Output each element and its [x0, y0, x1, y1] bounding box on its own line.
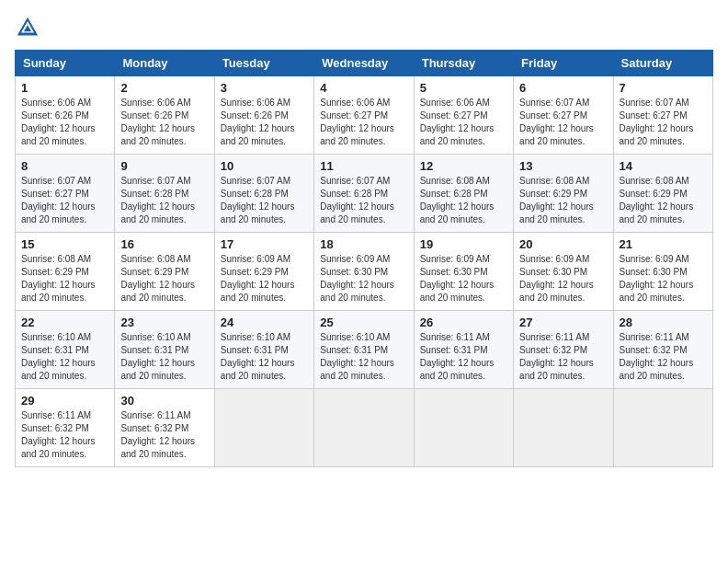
day-number: 13 [519, 159, 607, 173]
day-number: 2 [120, 81, 208, 95]
calendar-cell: 29Sunrise: 6:11 AMSunset: 6:32 PMDayligh… [16, 389, 115, 467]
week-row-3: 15Sunrise: 6:08 AMSunset: 6:29 PMDayligh… [16, 233, 713, 311]
day-info: Sunrise: 6:07 AMSunset: 6:28 PMDaylight:… [221, 175, 308, 226]
calendar-cell: 8Sunrise: 6:07 AMSunset: 6:27 PMDaylight… [16, 155, 115, 233]
day-number: 27 [519, 316, 607, 329]
day-info: Sunrise: 6:07 AMSunset: 6:27 PMDaylight:… [21, 175, 108, 226]
day-number: 1 [21, 81, 108, 95]
calendar-cell: 17Sunrise: 6:09 AMSunset: 6:29 PMDayligh… [214, 233, 313, 311]
calendar-cell [414, 389, 513, 467]
calendar-cell [314, 389, 414, 467]
day-info: Sunrise: 6:08 AMSunset: 6:29 PMDaylight:… [620, 175, 707, 226]
calendar-cell: 30Sunrise: 6:11 AMSunset: 6:32 PMDayligh… [115, 389, 214, 467]
calendar-cell: 26Sunrise: 6:11 AMSunset: 6:31 PMDayligh… [414, 311, 513, 389]
day-number: 11 [320, 159, 407, 173]
weekday-header-monday: Monday [115, 51, 214, 76]
weekday-header-friday: Friday [514, 51, 613, 76]
day-info: Sunrise: 6:09 AMSunset: 6:30 PMDaylight:… [620, 253, 707, 304]
day-number: 16 [120, 237, 208, 251]
day-number: 14 [620, 159, 707, 173]
day-number: 6 [519, 81, 607, 95]
calendar-cell: 21Sunrise: 6:09 AMSunset: 6:30 PMDayligh… [613, 233, 712, 311]
calendar-cell: 6Sunrise: 6:07 AMSunset: 6:27 PMDaylight… [514, 76, 613, 155]
day-number: 30 [120, 394, 208, 408]
calendar-cell: 24Sunrise: 6:10 AMSunset: 6:31 PMDayligh… [214, 311, 313, 389]
calendar-cell: 3Sunrise: 6:06 AMSunset: 6:26 PMDaylight… [214, 76, 313, 155]
weekday-header-wednesday: Wednesday [314, 51, 414, 76]
calendar-cell: 18Sunrise: 6:09 AMSunset: 6:30 PMDayligh… [314, 233, 414, 311]
calendar-cell: 23Sunrise: 6:10 AMSunset: 6:31 PMDayligh… [115, 311, 214, 389]
logo [15, 15, 44, 40]
day-number: 7 [620, 81, 707, 95]
day-number: 10 [221, 159, 308, 173]
day-info: Sunrise: 6:11 AMSunset: 6:32 PMDaylight:… [120, 409, 208, 461]
calendar-cell: 13Sunrise: 6:08 AMSunset: 6:29 PMDayligh… [514, 155, 613, 233]
calendar-cell: 12Sunrise: 6:08 AMSunset: 6:28 PMDayligh… [414, 155, 513, 233]
day-number: 25 [320, 316, 407, 329]
day-info: Sunrise: 6:06 AMSunset: 6:27 PMDaylight:… [420, 97, 507, 148]
day-info: Sunrise: 6:09 AMSunset: 6:30 PMDaylight:… [320, 253, 407, 304]
weekday-header-sunday: Sunday [16, 51, 115, 76]
day-number: 18 [320, 237, 407, 251]
day-info: Sunrise: 6:07 AMSunset: 6:28 PMDaylight:… [320, 175, 407, 226]
page-header [15, 15, 713, 40]
day-number: 24 [221, 316, 308, 329]
day-number: 12 [420, 159, 507, 173]
day-number: 23 [120, 316, 208, 329]
day-number: 15 [21, 237, 108, 251]
day-number: 3 [221, 81, 308, 95]
calendar-cell: 1Sunrise: 6:06 AMSunset: 6:26 PMDaylight… [16, 76, 115, 155]
calendar-cell: 9Sunrise: 6:07 AMSunset: 6:28 PMDaylight… [115, 155, 214, 233]
calendar-cell: 2Sunrise: 6:06 AMSunset: 6:26 PMDaylight… [115, 76, 214, 155]
day-number: 28 [620, 316, 707, 329]
week-row-5: 29Sunrise: 6:11 AMSunset: 6:32 PMDayligh… [16, 389, 713, 467]
day-number: 20 [519, 237, 607, 251]
calendar-header-row: SundayMondayTuesdayWednesdayThursdayFrid… [16, 51, 713, 76]
calendar-cell: 16Sunrise: 6:08 AMSunset: 6:29 PMDayligh… [115, 233, 214, 311]
day-info: Sunrise: 6:07 AMSunset: 6:27 PMDaylight:… [620, 97, 707, 148]
day-number: 8 [21, 159, 108, 173]
day-info: Sunrise: 6:09 AMSunset: 6:30 PMDaylight:… [519, 253, 607, 304]
day-info: Sunrise: 6:10 AMSunset: 6:31 PMDaylight:… [221, 331, 308, 383]
day-info: Sunrise: 6:09 AMSunset: 6:30 PMDaylight:… [420, 253, 507, 304]
day-info: Sunrise: 6:10 AMSunset: 6:31 PMDaylight:… [21, 331, 108, 383]
calendar-cell: 15Sunrise: 6:08 AMSunset: 6:29 PMDayligh… [16, 233, 115, 311]
day-info: Sunrise: 6:10 AMSunset: 6:31 PMDaylight:… [320, 331, 407, 383]
day-info: Sunrise: 6:06 AMSunset: 6:26 PMDaylight:… [120, 97, 208, 148]
calendar-cell: 11Sunrise: 6:07 AMSunset: 6:28 PMDayligh… [314, 155, 414, 233]
day-info: Sunrise: 6:11 AMSunset: 6:32 PMDaylight:… [620, 331, 707, 383]
day-info: Sunrise: 6:11 AMSunset: 6:31 PMDaylight:… [420, 331, 507, 383]
calendar-cell [514, 389, 613, 467]
calendar-cell: 22Sunrise: 6:10 AMSunset: 6:31 PMDayligh… [16, 311, 115, 389]
day-info: Sunrise: 6:06 AMSunset: 6:26 PMDaylight:… [221, 97, 308, 148]
day-number: 21 [620, 237, 707, 251]
day-number: 29 [21, 394, 108, 408]
day-info: Sunrise: 6:08 AMSunset: 6:29 PMDaylight:… [519, 175, 607, 226]
day-number: 26 [420, 316, 507, 329]
calendar-cell: 5Sunrise: 6:06 AMSunset: 6:27 PMDaylight… [414, 76, 513, 155]
day-info: Sunrise: 6:10 AMSunset: 6:31 PMDaylight:… [120, 331, 208, 383]
day-info: Sunrise: 6:09 AMSunset: 6:29 PMDaylight:… [221, 253, 308, 304]
week-row-2: 8Sunrise: 6:07 AMSunset: 6:27 PMDaylight… [16, 155, 713, 233]
day-number: 17 [221, 237, 308, 251]
day-number: 22 [21, 316, 108, 329]
calendar-cell: 25Sunrise: 6:10 AMSunset: 6:31 PMDayligh… [314, 311, 414, 389]
calendar-cell: 28Sunrise: 6:11 AMSunset: 6:32 PMDayligh… [613, 311, 712, 389]
logo-icon [15, 15, 40, 40]
day-number: 4 [320, 81, 407, 95]
weekday-header-saturday: Saturday [613, 51, 712, 76]
day-info: Sunrise: 6:07 AMSunset: 6:27 PMDaylight:… [519, 97, 607, 148]
day-info: Sunrise: 6:07 AMSunset: 6:28 PMDaylight:… [120, 175, 208, 226]
day-number: 19 [420, 237, 507, 251]
weekday-header-thursday: Thursday [414, 51, 513, 76]
calendar-cell: 4Sunrise: 6:06 AMSunset: 6:27 PMDaylight… [314, 76, 414, 155]
calendar-cell [613, 389, 712, 467]
calendar-cell: 19Sunrise: 6:09 AMSunset: 6:30 PMDayligh… [414, 233, 513, 311]
calendar-table: SundayMondayTuesdayWednesdayThursdayFrid… [15, 50, 713, 467]
calendar-cell [214, 389, 313, 467]
day-info: Sunrise: 6:11 AMSunset: 6:32 PMDaylight:… [21, 409, 108, 461]
calendar-cell: 14Sunrise: 6:08 AMSunset: 6:29 PMDayligh… [613, 155, 712, 233]
calendar-cell: 20Sunrise: 6:09 AMSunset: 6:30 PMDayligh… [514, 233, 613, 311]
calendar-cell: 7Sunrise: 6:07 AMSunset: 6:27 PMDaylight… [613, 76, 712, 155]
day-info: Sunrise: 6:08 AMSunset: 6:29 PMDaylight:… [21, 253, 108, 304]
